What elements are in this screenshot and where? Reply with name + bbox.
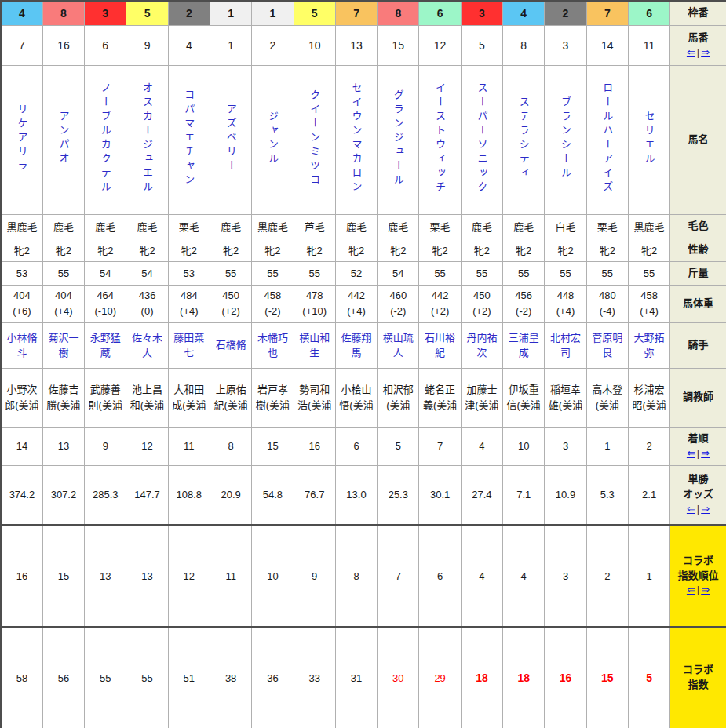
arrow-right-link[interactable]: ⇒ — [701, 447, 710, 459]
finish-position-cell: 1 — [586, 427, 628, 465]
jockey-link[interactable]: 小林脩斗 — [6, 332, 37, 359]
jockey-link[interactable]: 佐々木大 — [132, 332, 162, 359]
jockey-link[interactable]: 北村宏司 — [550, 332, 581, 359]
row-body_weight: 404 (+6)404 (+4)464 (-10)436 (0)484 (+4)… — [1, 285, 726, 322]
jockey-link[interactable]: 丹内祐次 — [466, 332, 497, 359]
jockey-link[interactable]: 菊沢一樹 — [48, 332, 78, 359]
arrow-left-link[interactable]: ⇐ — [687, 46, 695, 58]
collab-index-cell: 36 — [252, 627, 294, 728]
horse-name-link[interactable]: グランジュール — [391, 179, 406, 191]
frame-cell: 4 — [503, 1, 545, 25]
horse-number-cell: 3 — [545, 25, 586, 65]
horse-name-vertical-text: コパマエチャン — [181, 89, 196, 188]
jockey-cell: 小林脩斗 — [1, 322, 42, 368]
trainer-cell: 稲垣幸雄(美浦 — [545, 368, 586, 427]
coat-color-cell: 鹿毛 — [126, 214, 168, 238]
collab-index-rank-cell: 9 — [294, 525, 335, 627]
collab-index-rank-cell: 11 — [210, 525, 251, 627]
trainer-cell: 大和田成(美浦 — [168, 368, 210, 427]
arrow-left-link[interactable]: ⇐ — [687, 447, 695, 459]
coat-color-cell: 芦毛 — [294, 214, 335, 238]
row-header-label: 馬名 — [671, 133, 725, 147]
frame-cell: 5 — [126, 1, 168, 25]
frame-cell: 1 — [252, 1, 294, 25]
arrow-left-link[interactable]: ⇐ — [687, 503, 695, 515]
finish-position-cell: 9 — [85, 427, 126, 465]
horse-name-link[interactable]: ロールハーアイズ — [600, 186, 615, 198]
horse-name-link[interactable]: ジャンル — [265, 158, 280, 169]
collab-index-cell: 18 — [461, 627, 502, 728]
trainer-cell: 高木登(美浦 — [586, 368, 628, 427]
horse-number-cell: 5 — [461, 25, 502, 65]
sex-age-cell: 牝2 — [503, 238, 545, 261]
jockey-link[interactable]: 藤田菜七 — [173, 332, 204, 359]
body-weight-cell: 450 (+2) — [210, 285, 251, 322]
horse-name-cell: コパマエチャン — [168, 65, 210, 214]
trainer-cell: 蛯名正義(美浦 — [419, 368, 461, 427]
horse-name-link[interactable]: ノーブルカクテル — [98, 186, 113, 198]
horse-name-cell: ロールハーアイズ — [586, 65, 628, 214]
arrow-right-link[interactable]: ⇒ — [701, 503, 710, 515]
body-weight-cell: 460 (-2) — [378, 285, 419, 322]
jockey-link[interactable]: 大野拓弥 — [634, 332, 665, 359]
collab-index-rank-cell: 4 — [503, 525, 545, 627]
jockey-cell: 石橋脩 — [210, 322, 251, 368]
jockey-link[interactable]: 三浦皇成 — [509, 332, 539, 359]
collab-index-rank-cell: 13 — [85, 525, 126, 627]
horse-name-link[interactable]: セイウンマカロン — [349, 186, 364, 198]
horse-name-link[interactable]: スーパーソニック — [474, 186, 489, 198]
jockey-link[interactable]: 横山和生 — [299, 332, 330, 359]
win-odds-cell: 2.1 — [628, 465, 669, 525]
collab-index-cell: 29 — [419, 627, 461, 728]
win-odds-cell: 307.2 — [42, 465, 84, 525]
horse-name-link[interactable]: セリエル — [642, 158, 657, 169]
horse-name-link[interactable]: ステラシティ — [516, 172, 531, 184]
horse-name-vertical-text: オスカージュエル — [140, 82, 155, 195]
collab-index-rank-cell: 6 — [419, 525, 461, 627]
horse-name-link[interactable]: イーストウィッチ — [432, 186, 447, 198]
jockey-link[interactable]: 菅原明良 — [592, 332, 622, 359]
body-weight-cell: 442 (+4) — [335, 285, 377, 322]
horse-name-vertical-text: リケアリラ — [14, 104, 29, 174]
horse-name-link[interactable]: ブランシール — [558, 172, 573, 184]
row-jockey: 小林脩斗菊沢一樹永野猛蔵佐々木大藤田菜七石橋脩木幡巧也横山和生佐藤翔馬横山琉人石… — [1, 322, 726, 368]
collab-index-cell: 55 — [85, 627, 126, 728]
horse-name-vertical-text: ブランシール — [558, 96, 573, 181]
arrow-left-link[interactable]: ⇐ — [687, 584, 695, 595]
horse-name-link[interactable]: オスカージュエル — [140, 186, 155, 198]
jockey-link[interactable]: 石川裕紀 — [425, 332, 455, 359]
body-weight-cell: 448 (+4) — [545, 285, 586, 322]
coat-color-cell: 栗毛 — [419, 214, 461, 238]
carried-weight-cell: 55 — [210, 261, 251, 285]
horse-number-cell: 14 — [586, 25, 628, 65]
jockey-link[interactable]: 石橋脩 — [216, 339, 246, 351]
body-weight-cell: 458 (-2) — [252, 285, 294, 322]
jockey-cell: 石川裕紀 — [419, 322, 461, 368]
jockey-link[interactable]: 横山琉人 — [383, 332, 414, 359]
arrow-right-link[interactable]: ⇒ — [701, 46, 710, 58]
win-odds-cell: 10.9 — [545, 465, 586, 525]
row-odds: 374.2307.2285.3147.7108.820.954.876.713.… — [1, 465, 726, 525]
horse-name-link[interactable]: コパマエチャン — [181, 179, 196, 191]
jockey-cell: 佐藤翔馬 — [335, 322, 377, 368]
carried-weight-cell: 55 — [586, 261, 628, 285]
row-header-trainer: 調教師 — [670, 368, 726, 427]
jockey-link[interactable]: 佐藤翔馬 — [341, 332, 372, 359]
collab-index-rank-cell: 3 — [545, 525, 586, 627]
horse-name-link[interactable]: リケアリラ — [14, 165, 29, 177]
coat-color-cell: 鹿毛 — [335, 214, 377, 238]
horse-name-link[interactable]: アズベリー — [224, 165, 239, 177]
row-header-label: 着順 — [671, 431, 725, 446]
coat-color-cell: 黒鹿毛 — [1, 214, 42, 238]
horse-name-link[interactable]: アンパオ — [56, 158, 71, 169]
jockey-link[interactable]: 木幡巧也 — [257, 332, 288, 359]
horse-name-cell: セリエル — [628, 65, 669, 214]
collab-index-rank-cell: 1 — [628, 525, 669, 627]
jockey-link[interactable]: 永野猛蔵 — [90, 332, 121, 359]
sex-age-cell: 牝2 — [126, 238, 168, 261]
trainer-cell: 勢司和浩(美浦 — [294, 368, 335, 427]
collab-index-cell: 5 — [628, 627, 669, 728]
arrow-right-link[interactable]: ⇒ — [701, 584, 710, 595]
horse-name-cell: ノーブルカクテル — [85, 65, 126, 214]
horse-name-link[interactable]: クイーンミツコ — [307, 179, 322, 191]
